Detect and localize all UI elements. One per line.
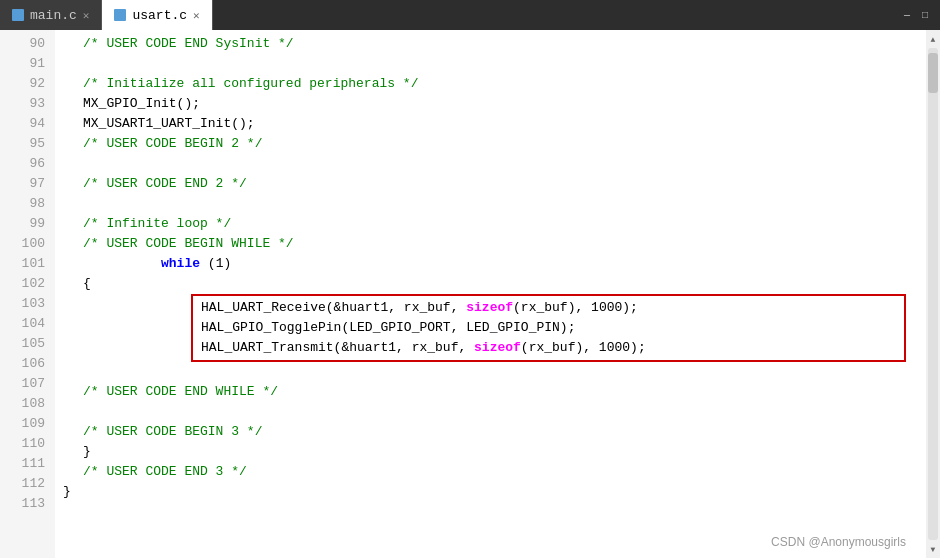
code-line-106 bbox=[63, 362, 926, 382]
code-text-107: /* USER CODE END WHILE */ bbox=[83, 382, 278, 402]
code-line-97: /* USER CODE END 2 */ bbox=[63, 174, 926, 194]
code-line-93: MX_GPIO_Init(); bbox=[63, 94, 926, 114]
ln-90: 90 bbox=[29, 34, 45, 54]
code-text-105b: sizeof bbox=[474, 338, 521, 358]
code-text-101: while (1) bbox=[83, 234, 231, 294]
window-controls: — □ bbox=[900, 8, 932, 22]
code-text-102: { bbox=[83, 274, 91, 294]
tab-close-usart[interactable]: ✕ bbox=[193, 9, 200, 22]
code-line-104: HAL_GPIO_TogglePin(LED_GPIO_PORT, LED_GP… bbox=[201, 318, 896, 338]
code-line-101: while (1) bbox=[63, 254, 926, 274]
code-text-109: /* USER CODE BEGIN 3 */ bbox=[83, 422, 262, 442]
code-line-107: /* USER CODE END WHILE */ bbox=[63, 382, 926, 402]
code-text-103a: HAL_UART_Receive(&huart1, rx_buf, bbox=[201, 298, 466, 318]
ln-102: 102 bbox=[22, 274, 45, 294]
code-line-94: MX_USART1_UART_Init(); bbox=[63, 114, 926, 134]
code-text-93: MX_GPIO_Init(); bbox=[83, 94, 200, 114]
code-line-111: /* USER CODE END 3 */ bbox=[63, 462, 926, 482]
code-line-109: /* USER CODE BEGIN 3 */ bbox=[63, 422, 926, 442]
tab-usart-c[interactable]: usart.c ✕ bbox=[102, 0, 212, 30]
scrollbar-vertical[interactable]: ▲ ▼ bbox=[926, 30, 940, 558]
maximize-button[interactable]: □ bbox=[918, 8, 932, 22]
ln-92: 92 bbox=[29, 74, 45, 94]
ln-94: 94 bbox=[29, 114, 45, 134]
ln-97: 97 bbox=[29, 174, 45, 194]
code-content[interactable]: /* USER CODE END SysInit */ /* Initializ… bbox=[55, 30, 926, 558]
code-line-92: /* Initialize all configured peripherals… bbox=[63, 74, 926, 94]
ln-105: 105 bbox=[22, 334, 45, 354]
code-line-99: /* Infinite loop */ bbox=[63, 214, 926, 234]
ln-91: 91 bbox=[29, 54, 45, 74]
minimize-button[interactable]: — bbox=[900, 8, 914, 22]
scroll-up-arrow[interactable]: ▲ bbox=[926, 32, 940, 46]
code-text-103b: sizeof bbox=[466, 298, 513, 318]
code-text-90: /* USER CODE END SysInit */ bbox=[83, 34, 294, 54]
editor-container: main.c ✕ usart.c ✕ — □ 90 91 92 93 94 95… bbox=[0, 0, 940, 558]
ln-112: 112 bbox=[22, 474, 45, 494]
file-icon-usart bbox=[114, 9, 126, 21]
ln-98: 98 bbox=[29, 194, 45, 214]
highlight-box: HAL_UART_Receive(&huart1, rx_buf, sizeof… bbox=[191, 294, 906, 362]
code-text-97: /* USER CODE END 2 */ bbox=[83, 174, 247, 194]
code-line-105: HAL_UART_Transmit(&huart1, rx_buf, sizeo… bbox=[201, 338, 896, 358]
ln-107: 107 bbox=[22, 374, 45, 394]
ln-103: 103 bbox=[22, 294, 45, 314]
ln-106: 106 bbox=[22, 354, 45, 374]
code-text-110: } bbox=[83, 442, 91, 462]
code-line-108 bbox=[63, 402, 926, 422]
tab-bar: main.c ✕ usart.c ✕ — □ bbox=[0, 0, 940, 30]
ln-93: 93 bbox=[29, 94, 45, 114]
line-numbers: 90 91 92 93 94 95 96 97 98 99 100 101 10… bbox=[0, 30, 55, 558]
code-line-95: /* USER CODE BEGIN 2 */ bbox=[63, 134, 926, 154]
watermark: CSDN @Anonymousgirls bbox=[771, 532, 906, 552]
ln-101: 101 bbox=[22, 254, 45, 274]
ln-95: 95 bbox=[29, 134, 45, 154]
code-line-91 bbox=[63, 54, 926, 74]
code-text-105c: (rx_buf), 1000); bbox=[521, 338, 646, 358]
ln-109: 109 bbox=[22, 414, 45, 434]
ln-113: 113 bbox=[22, 494, 45, 514]
code-line-113 bbox=[63, 502, 926, 522]
file-icon-main bbox=[12, 9, 24, 21]
ln-111: 111 bbox=[22, 454, 45, 474]
tab-label-usart: usart.c bbox=[132, 8, 187, 23]
scroll-down-arrow[interactable]: ▼ bbox=[926, 542, 940, 556]
ln-108: 108 bbox=[22, 394, 45, 414]
code-area: 90 91 92 93 94 95 96 97 98 99 100 101 10… bbox=[0, 30, 940, 558]
scrollbar-thumb[interactable] bbox=[928, 53, 938, 93]
code-line-98 bbox=[63, 194, 926, 214]
code-text-95: /* USER CODE BEGIN 2 */ bbox=[83, 134, 262, 154]
ln-104: 104 bbox=[22, 314, 45, 334]
code-text-103c: (rx_buf), 1000); bbox=[513, 298, 638, 318]
scrollbar-track[interactable] bbox=[928, 48, 938, 540]
tab-label-main: main.c bbox=[30, 8, 77, 23]
code-text-112: } bbox=[63, 482, 71, 502]
code-text-111: /* USER CODE END 3 */ bbox=[83, 462, 247, 482]
ln-110: 110 bbox=[22, 434, 45, 454]
tab-close-main[interactable]: ✕ bbox=[83, 9, 90, 22]
tab-main-c[interactable]: main.c ✕ bbox=[0, 0, 102, 30]
code-line-96 bbox=[63, 154, 926, 174]
ln-100: 100 bbox=[22, 234, 45, 254]
code-text-94: MX_USART1_UART_Init(); bbox=[83, 114, 255, 134]
code-text-99: /* Infinite loop */ bbox=[83, 214, 231, 234]
ln-96: 96 bbox=[29, 154, 45, 174]
code-text-104: HAL_GPIO_TogglePin(LED_GPIO_PORT, LED_GP… bbox=[201, 318, 575, 338]
code-text-92: /* Initialize all configured peripherals… bbox=[83, 74, 418, 94]
code-line-110: } bbox=[63, 442, 926, 462]
code-text-105a: HAL_UART_Transmit(&huart1, rx_buf, bbox=[201, 338, 474, 358]
code-line-103: HAL_UART_Receive(&huart1, rx_buf, sizeof… bbox=[201, 298, 896, 318]
code-line-112: } bbox=[63, 482, 926, 502]
highlighted-region: HAL_UART_Receive(&huart1, rx_buf, sizeof… bbox=[63, 294, 926, 362]
code-line-90: /* USER CODE END SysInit */ bbox=[63, 34, 926, 54]
ln-99: 99 bbox=[29, 214, 45, 234]
